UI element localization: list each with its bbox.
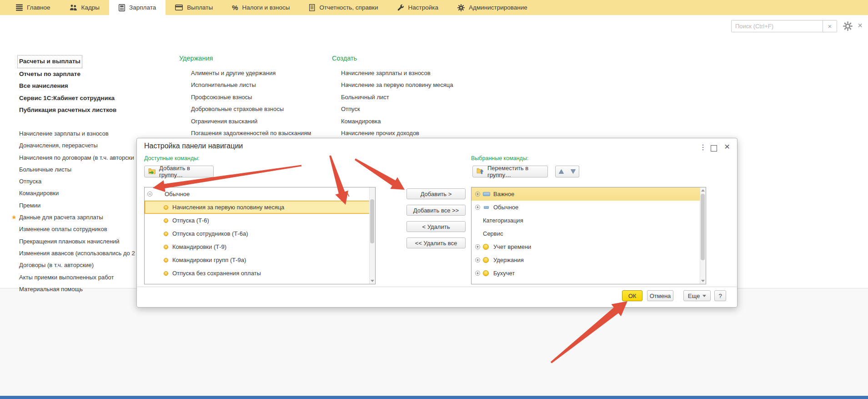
section-link[interactable]: Больничный лист <box>341 91 453 103</box>
nav-link-servis-kabinet[interactable]: Сервис 1С:Кабинет сотрудника <box>19 92 146 105</box>
selected-row[interactable]: Категоризация <box>472 214 706 227</box>
nav-link[interactable]: Командировки <box>19 187 146 199</box>
nav-link[interactable]: Договоры (в т.ч. авторские) <box>19 259 146 271</box>
menu-item-label: Отчетность, справки <box>319 4 378 11</box>
group-circle-icon <box>483 270 489 276</box>
selected-commands-list[interactable]: Важное Обычное Категоризация Сервис Учет… <box>471 187 706 284</box>
nav-link[interactable]: Доначисления, перерасчеты <box>19 140 146 152</box>
nav-link[interactable]: Материальная помощь <box>19 283 146 295</box>
move-down-button[interactable] <box>567 166 579 177</box>
scrollbar-thumb[interactable] <box>370 199 374 243</box>
nav-link[interactable]: Начисления по договорам (в т.ч. авторски <box>19 152 146 164</box>
command-row[interactable]: Командировки групп (Т-9а) <box>145 253 375 267</box>
scrollbar[interactable] <box>369 187 375 284</box>
selected-group-row[interactable]: Бухучет <box>472 267 706 280</box>
dialog-menu-icon[interactable]: ⋮ <box>699 143 707 152</box>
section-link[interactable]: Отпуск <box>341 103 453 115</box>
menu-item-nalogi[interactable]: % Налоги и взносы <box>222 0 299 15</box>
window-bottom-edge <box>0 396 868 399</box>
command-row[interactable]: Командировки (Т-9) <box>145 240 375 253</box>
nav-link-vse-nachisleniya[interactable]: Все начисления <box>19 80 146 92</box>
help-button[interactable]: ? <box>714 290 726 301</box>
dialog-close-icon[interactable]: × <box>724 141 730 152</box>
scroll-down-icon[interactable] <box>701 280 705 282</box>
command-row[interactable]: Отпуска сотрудников (Т-6а) <box>145 227 375 240</box>
selected-group-row[interactable]: Удержания <box>472 253 706 267</box>
menu-item-vyplaty[interactable]: Выплаты <box>166 0 222 15</box>
group-row-obychnoe[interactable]: Обычное <box>145 187 375 201</box>
nav-link-raschety[interactable]: Расчеты и выплаты <box>19 55 146 68</box>
command-row-selected[interactable]: Начисления за первую половину месяца <box>145 201 375 214</box>
selected-row[interactable]: Сервис <box>472 227 706 240</box>
section-link[interactable]: Профсоюзные взносы <box>191 91 311 103</box>
nav-link-label: Больничные листы <box>19 166 71 173</box>
nav-link-publikaciya[interactable]: Публикация расчетных листков <box>19 104 146 116</box>
add-to-group-button[interactable]: Добавить в группу… <box>144 166 214 177</box>
search-clear-button[interactable]: × <box>823 20 837 32</box>
remove-all-button[interactable]: << Удалить все <box>406 237 466 248</box>
expand-plus-icon[interactable] <box>475 192 480 197</box>
more-button[interactable]: Еще <box>683 290 711 301</box>
menu-item-zarplata[interactable]: Зарплата <box>109 0 166 15</box>
nav-link[interactable]: Изменения авансов (использовались до 2 <box>19 247 146 259</box>
nav-link-starred[interactable]: ★Данные для расчета зарплаты <box>19 212 146 223</box>
ok-button[interactable]: ОК <box>622 290 642 301</box>
nav-link[interactable]: Акты приемки выполненных работ <box>19 272 146 283</box>
panel-close-icon[interactable]: × <box>858 20 863 30</box>
section-link-label: Погашения задолженностей по взысканиям <box>191 130 311 136</box>
scroll-down-icon[interactable] <box>371 280 374 282</box>
cancel-button[interactable]: Отмена <box>647 290 673 301</box>
menu-item-nastroyka[interactable]: Настройка <box>388 0 448 15</box>
expand-plus-icon[interactable] <box>475 244 480 249</box>
section-link[interactable]: Начисление за первую половину месяца <box>341 79 453 91</box>
nav-link-otchety[interactable]: Отчеты по зарплате <box>19 68 146 81</box>
nav-link[interactable]: Начисление зарплаты и взносов <box>19 128 146 140</box>
expand-plus-icon[interactable] <box>475 271 480 276</box>
collapse-minus-icon[interactable] <box>147 192 152 197</box>
nav-link[interactable]: Больничные листы <box>19 164 146 176</box>
section-link[interactable]: Добровольные страховые взносы <box>191 103 311 115</box>
section-link-label: Начисление прочих доходов <box>341 130 419 136</box>
settings-gear-icon[interactable] <box>843 21 853 31</box>
expand-plus-icon[interactable] <box>475 205 480 210</box>
scroll-up-icon[interactable] <box>701 189 705 192</box>
command-bullet-icon <box>164 258 168 263</box>
expand-plus-icon[interactable] <box>475 258 480 263</box>
ok-label: ОК <box>628 293 637 299</box>
dialog-maximize-icon[interactable] <box>711 145 717 152</box>
command-label: Отпуска сотрудников (Т-6а) <box>172 230 248 237</box>
nav-link[interactable]: Прекращения плановых начислений <box>19 236 146 247</box>
command-row[interactable]: Отпуска без сохранения оплаты <box>145 267 375 280</box>
command-row[interactable]: Отпуска (Т-6) <box>145 214 375 227</box>
nav-link[interactable]: Отпуска <box>19 176 146 187</box>
command-label: Командировки групп (Т-9а) <box>172 257 246 263</box>
move-up-button[interactable] <box>555 166 567 177</box>
section-link[interactable]: Начисление зарплаты и взносов <box>341 67 453 79</box>
menu-item-administrirovanie[interactable]: Администрирование <box>448 0 537 15</box>
nav-link[interactable]: Премии <box>19 200 146 212</box>
menu-item-otchetnost[interactable]: Отчетность, справки <box>299 0 387 15</box>
command-label: Отпуска без сохранения оплаты <box>172 270 261 277</box>
search-input[interactable] <box>731 20 823 32</box>
section-link[interactable]: Ограничения взысканий <box>191 116 311 127</box>
selected-group-row[interactable]: Обычное <box>472 201 706 214</box>
section-link[interactable]: Исполнительные листы <box>191 79 311 91</box>
menu-item-glavnoe[interactable]: Главное <box>6 0 60 15</box>
remove-button[interactable]: < Удалить <box>406 221 466 232</box>
command-label: Отпуска (Т-6) <box>172 217 209 224</box>
available-commands-list[interactable]: Обычное Начисления за первую половину ме… <box>144 187 376 284</box>
nav-link[interactable]: Изменение оплаты сотрудников <box>19 223 146 235</box>
menu-item-kadry[interactable]: Кадры <box>60 0 109 15</box>
add-all-button[interactable]: Добавить все >> <box>406 205 466 216</box>
scrollbar[interactable] <box>700 187 706 284</box>
move-to-group-button[interactable]: Переместить в группу… <box>472 166 548 177</box>
calculator-icon <box>119 4 125 11</box>
selected-group-row-vazhnoe[interactable]: Важное <box>472 187 706 201</box>
scrollbar-thumb[interactable] <box>701 194 705 260</box>
add-button[interactable]: Добавить > <box>406 188 466 199</box>
command-bullet-icon <box>164 218 168 223</box>
selected-group-row[interactable]: Учет времени <box>472 240 706 253</box>
section-link[interactable]: Командировка <box>341 116 453 127</box>
section-link[interactable]: Алименты и другие удержания <box>191 67 311 79</box>
report-icon <box>309 4 315 11</box>
